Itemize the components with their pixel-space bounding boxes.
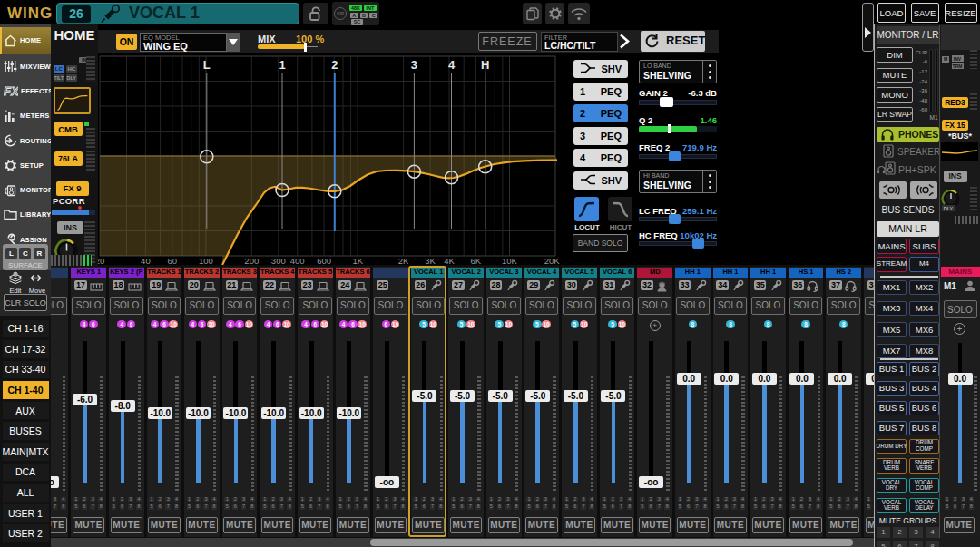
svg-text:1: 1 <box>279 58 285 72</box>
svg-text:4: 4 <box>448 58 456 72</box>
svg-text:2: 2 <box>331 58 338 72</box>
svg-text:H: H <box>481 58 489 72</box>
svg-text:3: 3 <box>411 58 417 72</box>
svg-text:L: L <box>203 58 211 72</box>
svg-text:FX: FX <box>4 85 18 97</box>
